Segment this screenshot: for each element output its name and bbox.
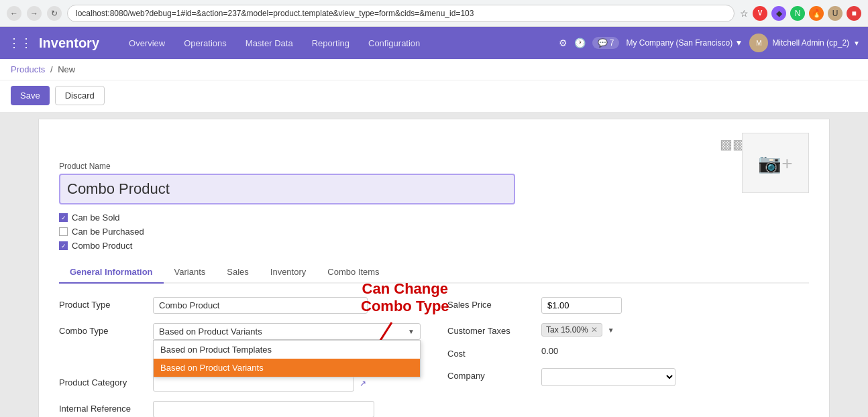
tabs-row: General Information Variants Sales Inven… (59, 261, 809, 284)
cost-label: Cost (447, 346, 541, 359)
tax-badge-label: Tax 15.00% (546, 325, 588, 335)
company-value (541, 368, 809, 386)
tax-remove-button[interactable]: ✕ (591, 325, 598, 335)
combo-type-option-templates[interactable]: Based on Product Templates (154, 341, 420, 359)
nav-master-data[interactable]: Master Data (236, 27, 303, 59)
action-bar: Save Discard (0, 80, 868, 112)
user-avatar-browser[interactable]: U (828, 6, 843, 21)
settings-icon[interactable]: ⚙ (559, 38, 567, 48)
product-type-value: Combo Product (153, 297, 421, 314)
internal-reference-value (153, 401, 421, 417)
clock-icon[interactable]: 🕐 (574, 38, 586, 48)
chat-count: 7 (610, 38, 614, 48)
nav-operations[interactable]: Operations (174, 27, 236, 59)
discard-button[interactable]: Discard (55, 86, 105, 105)
camera-icon: 📷+ (758, 152, 792, 174)
customer-taxes-row: Customer Taxes Tax 15.00% ✕ ▼ (447, 323, 809, 337)
sales-price-value (541, 297, 809, 314)
chat-icon: 💬 (598, 38, 608, 48)
can-be-purchased-row: Can be Purchased (59, 227, 809, 237)
product-type-label: Product Type (59, 297, 153, 310)
combo-type-arrow: ▼ (408, 328, 415, 335)
tab-combo-items[interactable]: Combo Items (317, 261, 390, 284)
customer-taxes-label: Customer Taxes (447, 323, 541, 336)
internal-reference-row: Internal Reference (59, 401, 421, 417)
menu-icon[interactable]: ■ (847, 6, 861, 21)
combo-product-row: ✓ Combo Product (59, 241, 809, 251)
ext-icon-1[interactable]: ◆ (771, 6, 786, 21)
combo-type-option-variants[interactable]: Based on Product Variants (154, 359, 420, 377)
stats-bar: ▩▩▩ 0.00 Units Sold (59, 133, 809, 155)
save-button[interactable]: Save (11, 86, 50, 105)
combo-product-label: Combo Product (72, 241, 132, 251)
sales-price-row: Sales Price (447, 297, 809, 314)
breadcrumb-area: Products / New (0, 59, 868, 80)
cost-display: 0.00 (541, 343, 558, 356)
main-content: ▩▩▩ 0.00 Units Sold 📷+ Product Name ✓ Ca… (0, 112, 868, 417)
tab-general-information[interactable]: General Information (59, 261, 164, 284)
customer-taxes-value: Tax 15.00% ✕ ▼ (541, 323, 809, 337)
browser-toolbar: ☆ V ◆ N 🔥 U ■ (740, 6, 861, 21)
can-be-sold-label: Can be Sold (72, 213, 120, 223)
form-card: ▩▩▩ 0.00 Units Sold 📷+ Product Name ✓ Ca… (38, 119, 830, 417)
can-be-sold-checkbox[interactable]: ✓ (59, 213, 68, 222)
combo-type-menu: Based on Product Templates Based on Prod… (153, 340, 421, 377)
nav-overview[interactable]: Overview (119, 27, 174, 59)
chat-button[interactable]: 💬 7 (592, 37, 620, 49)
vivaldi-icon[interactable]: V (753, 6, 767, 21)
product-category-external-link[interactable]: ↗ (360, 379, 366, 388)
nav-items: Overview Operations Master Data Reportin… (119, 27, 559, 59)
browser-chrome: ← → ↻ ☆ V ◆ N 🔥 U ■ (0, 0, 868, 27)
combo-type-dropdown[interactable]: Based on Product Variants ▼ (153, 323, 421, 340)
nav-right: ⚙ 🕐 💬 7 My Company (San Francisco) ▼ M M… (559, 34, 860, 52)
forward-button[interactable]: → (27, 6, 42, 21)
cost-value: 0.00 (541, 346, 809, 356)
product-type-row: Product Type Combo Product (59, 297, 421, 314)
breadcrumb-separator: / (50, 64, 53, 74)
app-navbar: ⋮⋮ Inventory Overview Operations Master … (0, 27, 868, 59)
sales-price-input[interactable] (541, 297, 622, 314)
back-button[interactable]: ← (7, 6, 21, 21)
tab-inventory[interactable]: Inventory (260, 261, 317, 284)
internal-reference-input[interactable] (153, 401, 374, 417)
breadcrumb: Products / New (11, 64, 75, 74)
taxes-dropdown-arrow[interactable]: ▼ (608, 326, 614, 334)
company-select[interactable] (541, 368, 675, 386)
product-type-display: Combo Product (153, 297, 368, 314)
combo-type-selected: Based on Product Variants (159, 326, 262, 337)
company-row: Company (447, 368, 809, 386)
ext-icon-2[interactable]: N (790, 6, 805, 21)
company-selector[interactable]: My Company (San Francisco) ▼ (626, 38, 743, 48)
can-be-purchased-label: Can be Purchased (72, 227, 144, 237)
product-name-input[interactable] (59, 174, 515, 204)
breadcrumb-current: New (58, 64, 75, 74)
product-image-box[interactable]: 📷+ (742, 133, 809, 193)
tax-badge: Tax 15.00% ✕ (541, 323, 602, 337)
bookmark-icon[interactable]: ☆ (740, 8, 749, 19)
right-column: Sales Price Customer Taxes Tax 15.00% ✕ … (447, 297, 809, 417)
combo-product-checkbox[interactable]: ✓ (59, 241, 68, 250)
user-menu[interactable]: M Mitchell Admin (cp_2) ▼ (749, 34, 860, 52)
app-title: Inventory (39, 36, 99, 51)
combo-type-dropdown-wrapper: Based on Product Variants ▼ Based on Pro… (153, 323, 421, 340)
company-label: Company (447, 368, 541, 381)
sales-price-label: Sales Price (447, 297, 541, 310)
internal-reference-label: Internal Reference (59, 401, 153, 414)
tab-sales[interactable]: Sales (216, 261, 260, 284)
form-grid: Product Type Combo Product Combo Type Ba… (59, 297, 809, 417)
product-category-label: Product Category (59, 375, 153, 388)
user-dropdown-arrow: ▼ (853, 40, 860, 47)
combo-type-row: Combo Type Based on Product Variants ▼ B… (59, 323, 421, 340)
tab-variants[interactable]: Variants (164, 261, 217, 284)
nav-configuration[interactable]: Configuration (359, 27, 429, 59)
username-label: Mitchell Admin (cp_2) (772, 38, 849, 48)
grid-icon[interactable]: ⋮⋮ (8, 36, 32, 50)
ext-icon-3[interactable]: 🔥 (809, 6, 824, 21)
user-avatar: M (749, 34, 768, 52)
nav-reporting[interactable]: Reporting (303, 27, 359, 59)
breadcrumb-parent[interactable]: Products (11, 64, 45, 74)
combo-type-label: Combo Type (59, 323, 153, 336)
url-bar[interactable] (67, 5, 735, 22)
reload-button[interactable]: ↻ (47, 6, 62, 21)
can-be-purchased-checkbox[interactable] (59, 227, 68, 236)
